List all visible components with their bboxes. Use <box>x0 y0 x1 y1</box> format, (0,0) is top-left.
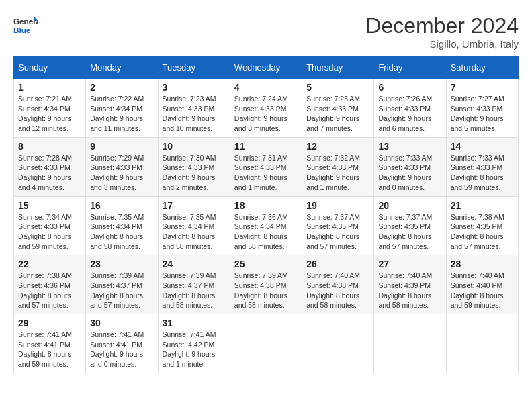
day-info: Sunrise: 7:35 AMSunset: 4:34 PMDaylight:… <box>163 212 226 252</box>
day-info: Sunrise: 7:41 AMSunset: 4:41 PMDaylight:… <box>18 330 81 369</box>
calendar-cell: 20Sunrise: 7:37 AMSunset: 4:35 PMDayligh… <box>374 196 446 255</box>
day-number: 13 <box>378 141 441 152</box>
day-number: 22 <box>18 259 81 269</box>
page-header: General Blue December 2024 Sigillo, Umbr… <box>13 13 519 50</box>
title-section: December 2024 Sigillo, Umbria, Italy <box>365 13 519 50</box>
day-number: 5 <box>306 82 369 93</box>
calendar-cell: 8Sunrise: 7:28 AMSunset: 4:33 PMDaylight… <box>14 137 86 196</box>
day-number: 18 <box>234 200 298 211</box>
weekday-header-row: SundayMondayTuesdayWednesdayThursdayFrid… <box>14 57 519 79</box>
calendar-cell <box>446 314 518 373</box>
weekday-header-wednesday: Wednesday <box>230 57 302 79</box>
day-info: Sunrise: 7:22 AMSunset: 4:34 PMDaylight:… <box>90 94 153 134</box>
weekday-header-sunday: Sunday <box>14 57 86 79</box>
day-info: Sunrise: 7:25 AMSunset: 4:33 PMDaylight:… <box>306 94 369 134</box>
day-number: 15 <box>18 200 81 211</box>
day-info: Sunrise: 7:27 AMSunset: 4:33 PMDaylight:… <box>451 94 514 134</box>
day-number: 31 <box>163 318 226 328</box>
day-info: Sunrise: 7:38 AMSunset: 4:35 PMDaylight:… <box>451 212 514 252</box>
weekday-header-tuesday: Tuesday <box>158 57 230 79</box>
calendar-cell: 6Sunrise: 7:26 AMSunset: 4:33 PMDaylight… <box>374 79 446 138</box>
calendar-cell: 5Sunrise: 7:25 AMSunset: 4:33 PMDaylight… <box>302 79 374 138</box>
day-info: Sunrise: 7:40 AMSunset: 4:38 PMDaylight:… <box>306 271 369 310</box>
svg-text:Blue: Blue <box>13 26 31 34</box>
calendar-week-5: 29Sunrise: 7:41 AMSunset: 4:41 PMDayligh… <box>14 314 519 373</box>
calendar-cell: 24Sunrise: 7:39 AMSunset: 4:37 PMDayligh… <box>158 255 230 314</box>
day-number: 16 <box>90 200 153 211</box>
day-info: Sunrise: 7:41 AMSunset: 4:41 PMDaylight:… <box>90 330 153 369</box>
calendar-cell: 15Sunrise: 7:34 AMSunset: 4:33 PMDayligh… <box>14 196 86 255</box>
day-info: Sunrise: 7:38 AMSunset: 4:36 PMDaylight:… <box>18 271 81 310</box>
calendar-cell: 1Sunrise: 7:21 AMSunset: 4:34 PMDaylight… <box>14 79 86 138</box>
calendar-cell: 9Sunrise: 7:29 AMSunset: 4:33 PMDaylight… <box>86 137 158 196</box>
day-number: 7 <box>451 82 514 93</box>
day-number: 9 <box>90 141 153 152</box>
day-info: Sunrise: 7:34 AMSunset: 4:33 PMDaylight:… <box>18 212 81 252</box>
day-info: Sunrise: 7:21 AMSunset: 4:34 PMDaylight:… <box>18 94 81 134</box>
day-info: Sunrise: 7:31 AMSunset: 4:33 PMDaylight:… <box>234 153 298 193</box>
day-number: 27 <box>378 259 441 269</box>
day-number: 25 <box>234 259 298 269</box>
day-info: Sunrise: 7:23 AMSunset: 4:33 PMDaylight:… <box>163 94 226 134</box>
calendar-cell: 26Sunrise: 7:40 AMSunset: 4:38 PMDayligh… <box>302 255 374 314</box>
day-info: Sunrise: 7:41 AMSunset: 4:42 PMDaylight:… <box>163 330 226 369</box>
day-number: 8 <box>18 141 81 152</box>
day-number: 21 <box>451 200 514 211</box>
weekday-header-thursday: Thursday <box>302 57 374 79</box>
day-number: 28 <box>451 259 514 269</box>
day-number: 24 <box>163 259 226 269</box>
day-info: Sunrise: 7:26 AMSunset: 4:33 PMDaylight:… <box>378 94 441 134</box>
day-info: Sunrise: 7:37 AMSunset: 4:35 PMDaylight:… <box>378 212 441 252</box>
day-number: 14 <box>451 141 514 152</box>
calendar-cell: 11Sunrise: 7:31 AMSunset: 4:33 PMDayligh… <box>230 137 302 196</box>
calendar-cell: 4Sunrise: 7:24 AMSunset: 4:33 PMDaylight… <box>230 79 302 138</box>
day-info: Sunrise: 7:37 AMSunset: 4:35 PMDaylight:… <box>306 212 369 252</box>
calendar-cell: 12Sunrise: 7:32 AMSunset: 4:33 PMDayligh… <box>302 137 374 196</box>
month-title: December 2024 <box>365 13 519 38</box>
day-number: 20 <box>378 200 441 211</box>
logo-icon: General Blue <box>13 13 38 38</box>
calendar-cell: 18Sunrise: 7:36 AMSunset: 4:34 PMDayligh… <box>230 196 302 255</box>
calendar-cell: 16Sunrise: 7:35 AMSunset: 4:34 PMDayligh… <box>86 196 158 255</box>
day-info: Sunrise: 7:39 AMSunset: 4:37 PMDaylight:… <box>90 271 153 310</box>
calendar-cell: 27Sunrise: 7:40 AMSunset: 4:39 PMDayligh… <box>374 255 446 314</box>
logo: General Blue <box>13 13 38 38</box>
day-number: 4 <box>234 82 298 93</box>
calendar-cell <box>374 314 446 373</box>
calendar-cell: 2Sunrise: 7:22 AMSunset: 4:34 PMDaylight… <box>86 79 158 138</box>
day-info: Sunrise: 7:36 AMSunset: 4:34 PMDaylight:… <box>234 212 298 252</box>
calendar-cell: 10Sunrise: 7:30 AMSunset: 4:33 PMDayligh… <box>158 137 230 196</box>
day-info: Sunrise: 7:35 AMSunset: 4:34 PMDaylight:… <box>90 212 153 252</box>
weekday-header-saturday: Saturday <box>446 57 518 79</box>
calendar-cell: 17Sunrise: 7:35 AMSunset: 4:34 PMDayligh… <box>158 196 230 255</box>
day-number: 1 <box>18 82 81 93</box>
day-info: Sunrise: 7:33 AMSunset: 4:33 PMDaylight:… <box>451 153 514 193</box>
day-number: 3 <box>163 82 226 93</box>
day-info: Sunrise: 7:29 AMSunset: 4:33 PMDaylight:… <box>90 153 153 193</box>
calendar-cell: 23Sunrise: 7:39 AMSunset: 4:37 PMDayligh… <box>86 255 158 314</box>
day-info: Sunrise: 7:33 AMSunset: 4:33 PMDaylight:… <box>378 153 441 193</box>
weekday-header-friday: Friday <box>374 57 446 79</box>
day-number: 19 <box>306 200 369 211</box>
calendar-cell: 29Sunrise: 7:41 AMSunset: 4:41 PMDayligh… <box>14 314 86 373</box>
day-info: Sunrise: 7:32 AMSunset: 4:33 PMDaylight:… <box>306 153 369 193</box>
calendar-cell <box>302 314 374 373</box>
calendar-cell: 21Sunrise: 7:38 AMSunset: 4:35 PMDayligh… <box>446 196 518 255</box>
day-info: Sunrise: 7:40 AMSunset: 4:40 PMDaylight:… <box>451 271 514 310</box>
calendar-cell: 25Sunrise: 7:39 AMSunset: 4:38 PMDayligh… <box>230 255 302 314</box>
day-info: Sunrise: 7:28 AMSunset: 4:33 PMDaylight:… <box>18 153 81 193</box>
day-info: Sunrise: 7:30 AMSunset: 4:33 PMDaylight:… <box>163 153 226 193</box>
calendar-cell <box>230 314 302 373</box>
day-number: 12 <box>306 141 369 152</box>
day-number: 11 <box>234 141 298 152</box>
calendar-week-2: 8Sunrise: 7:28 AMSunset: 4:33 PMDaylight… <box>14 137 519 196</box>
calendar-cell: 13Sunrise: 7:33 AMSunset: 4:33 PMDayligh… <box>374 137 446 196</box>
calendar-cell: 28Sunrise: 7:40 AMSunset: 4:40 PMDayligh… <box>446 255 518 314</box>
day-info: Sunrise: 7:40 AMSunset: 4:39 PMDaylight:… <box>378 271 441 310</box>
weekday-header-monday: Monday <box>86 57 158 79</box>
calendar-cell: 22Sunrise: 7:38 AMSunset: 4:36 PMDayligh… <box>14 255 86 314</box>
day-number: 6 <box>378 82 441 93</box>
day-number: 10 <box>163 141 226 152</box>
day-info: Sunrise: 7:24 AMSunset: 4:33 PMDaylight:… <box>234 94 298 134</box>
day-number: 30 <box>90 318 153 328</box>
